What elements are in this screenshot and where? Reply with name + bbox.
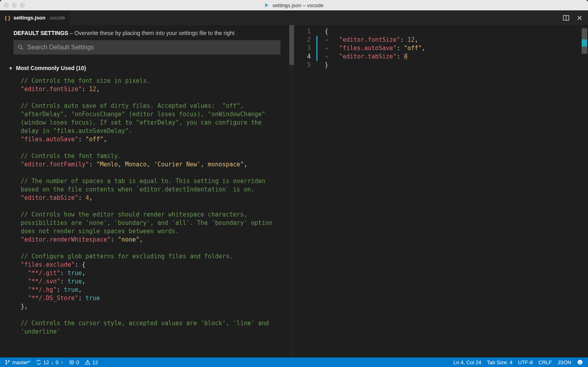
tab-bar: { } settings.json .vscode bbox=[0, 10, 588, 25]
overview-ruler-mark bbox=[582, 39, 587, 47]
status-encoding[interactable]: UTF-8 bbox=[518, 359, 533, 365]
search-input[interactable] bbox=[27, 44, 276, 51]
status-feedback[interactable] bbox=[577, 359, 583, 365]
smiley-icon bbox=[577, 359, 583, 365]
default-settings-heading: DEFAULT SETTINGS – Overwrite these by pl… bbox=[0, 25, 294, 40]
svg-point-0 bbox=[19, 45, 22, 49]
tab-filename: settings.json bbox=[14, 15, 45, 21]
sync-icon bbox=[36, 359, 41, 365]
scrollbar-thumb[interactable] bbox=[289, 25, 294, 65]
window-title: settings.json – vscode bbox=[0, 2, 588, 8]
tab-settings-json[interactable]: { } settings.json .vscode bbox=[0, 10, 70, 25]
svg-point-5 bbox=[87, 363, 88, 364]
svg-point-8 bbox=[580, 361, 581, 362]
window-controls bbox=[4, 3, 25, 8]
line-number-gutter: 12345 bbox=[294, 27, 316, 69]
split-editor-icon[interactable] bbox=[563, 14, 570, 21]
status-git-branch[interactable]: master* bbox=[5, 359, 30, 365]
vscode-icon bbox=[265, 2, 270, 8]
close-window-icon[interactable] bbox=[4, 3, 9, 8]
search-default-settings[interactable] bbox=[14, 40, 280, 55]
titlebar: settings.json – vscode bbox=[0, 0, 588, 10]
tab-folder: .vscode bbox=[49, 15, 65, 21]
status-errors[interactable]: 0 bbox=[69, 359, 79, 365]
default-settings-code[interactable]: // Controls the font size in pixels."edi… bbox=[0, 74, 294, 341]
svg-point-2 bbox=[6, 363, 7, 365]
svg-point-3 bbox=[8, 361, 10, 362]
code-content[interactable]: {→ "editor.fontSize": 12,→ "files.autoSa… bbox=[318, 27, 425, 69]
status-eol[interactable]: CRLF bbox=[538, 359, 552, 365]
scrollbar-left[interactable] bbox=[289, 25, 294, 357]
json-icon: { } bbox=[5, 15, 10, 21]
svg-point-1 bbox=[6, 360, 7, 361]
zoom-window-icon[interactable] bbox=[20, 3, 25, 8]
svg-point-6 bbox=[578, 360, 582, 365]
status-language[interactable]: JSON bbox=[557, 359, 571, 365]
error-icon bbox=[69, 359, 74, 365]
minimize-window-icon[interactable] bbox=[12, 3, 17, 8]
default-settings-pane: DEFAULT SETTINGS – Overwrite these by pl… bbox=[0, 25, 294, 357]
status-sync[interactable]: 12↓ 0↑ bbox=[36, 359, 63, 365]
git-branch-icon bbox=[5, 359, 10, 365]
close-icon[interactable] bbox=[577, 15, 582, 21]
section-most-commonly-used[interactable]: Most Commonly Used (10) bbox=[0, 59, 294, 74]
search-icon bbox=[18, 44, 24, 51]
status-tab-size[interactable]: Tab Size: 4 bbox=[487, 359, 512, 365]
user-settings-editor[interactable]: 12345 {→ "editor.fontSize": 12,→ "files.… bbox=[294, 25, 588, 357]
scrollbar-right[interactable] bbox=[582, 28, 587, 63]
status-bar: master* 12↓ 0↑ 0 12 Ln 4, Col 24 Tab Siz… bbox=[0, 357, 588, 367]
status-ln-col[interactable]: Ln 4, Col 24 bbox=[453, 359, 481, 365]
svg-point-7 bbox=[579, 361, 580, 362]
status-warnings[interactable]: 12 bbox=[85, 359, 98, 365]
warning-icon bbox=[85, 359, 90, 365]
